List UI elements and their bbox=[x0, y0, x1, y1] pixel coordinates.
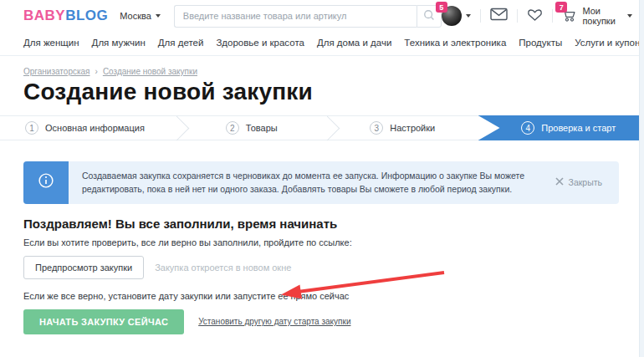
step-check-and-start[interactable]: 4 Проверка и старт bbox=[478, 115, 644, 140]
nav-item-men[interactable]: Для мужчин bbox=[92, 38, 146, 48]
congrats-heading: Поздравляем! Вы все заполнили, время нач… bbox=[23, 217, 621, 231]
chevron-down-icon bbox=[627, 14, 632, 18]
chevron-down-icon bbox=[466, 14, 471, 18]
step-label: Проверка и старт bbox=[541, 123, 616, 133]
category-nav: Для женщин Для мужчин Для детей Здоровье… bbox=[0, 30, 644, 56]
search-input[interactable] bbox=[174, 5, 417, 28]
my-purchases-label: Мои покупки bbox=[582, 6, 622, 26]
info-icon-block bbox=[23, 161, 69, 204]
banner-close-label: Закрыть bbox=[569, 177, 602, 187]
logo-part-blog: BLOG bbox=[65, 8, 108, 23]
nav-item-products[interactable]: Продукты bbox=[519, 38, 562, 48]
search-bar bbox=[174, 5, 442, 28]
logo[interactable]: BABYBLOG bbox=[23, 8, 108, 24]
info-banner-text: Создаваемая закупка сохраняется в чернов… bbox=[69, 161, 555, 204]
search-icon bbox=[423, 9, 435, 23]
divider bbox=[517, 9, 518, 23]
step-label: Основная информация bbox=[45, 123, 145, 133]
preview-purchase-button[interactable]: Предпросмотр закупки bbox=[23, 256, 144, 279]
set-other-start-date-link[interactable]: Установить другую дату старта закупки bbox=[198, 317, 350, 326]
info-banner: Создаваемая закупка сохраняется в чернов… bbox=[23, 161, 619, 204]
user-menu[interactable]: 5 bbox=[442, 6, 471, 26]
step-number: 4 bbox=[521, 121, 534, 135]
nav-item-kids[interactable]: Для детей bbox=[158, 38, 204, 48]
nav-item-home[interactable]: Для дома и дачи bbox=[317, 38, 391, 48]
nav-item-electronics[interactable]: Техника и электроника bbox=[404, 38, 506, 48]
breadcrumb: Организаторская › Создание новой закупки bbox=[23, 67, 644, 76]
nav-item-health[interactable]: Здоровье и красота bbox=[216, 38, 304, 48]
notifications-badge: 5 bbox=[436, 2, 447, 13]
nav-item-women[interactable]: Для женщин bbox=[23, 38, 79, 48]
start-row: НАЧАТЬ ЗАКУПКУ СЕЙЧАС Установить другую … bbox=[23, 309, 621, 334]
city-selector[interactable]: Москва bbox=[120, 11, 161, 21]
logo-part-baby: BABY bbox=[23, 8, 65, 23]
step-number: 2 bbox=[226, 121, 239, 135]
close-icon bbox=[555, 177, 564, 187]
favorites-button[interactable] bbox=[527, 8, 543, 25]
header: BABYBLOG Москва 5 bbox=[0, 0, 644, 30]
step-label: Настройки bbox=[390, 123, 435, 133]
step-wizard: 1 Основная информация 2 Товары 3 Настрой… bbox=[0, 115, 644, 140]
preview-row: Предпросмотр закупки Закупка откроется в… bbox=[23, 256, 621, 279]
start-purchase-now-button[interactable]: НАЧАТЬ ЗАКУПКУ СЕЙЧАС bbox=[23, 309, 184, 334]
divider bbox=[552, 9, 553, 23]
envelope-icon bbox=[490, 8, 508, 24]
my-purchases-menu[interactable]: 7 Мои покупки bbox=[561, 6, 632, 26]
step-number: 1 bbox=[25, 121, 38, 135]
city-label: Москва bbox=[120, 11, 151, 21]
breadcrumb-organizer[interactable]: Организаторская bbox=[23, 67, 90, 76]
messages-button[interactable] bbox=[490, 8, 508, 24]
step-settings[interactable]: 3 Настройки bbox=[327, 116, 478, 140]
info-icon bbox=[37, 171, 55, 193]
page-right-edge bbox=[639, 0, 644, 357]
breadcrumb-separator: › bbox=[95, 67, 98, 76]
heart-icon bbox=[527, 8, 543, 25]
page-title: Создание новой закупки bbox=[23, 79, 644, 105]
step-goods[interactable]: 2 Товары bbox=[176, 116, 328, 140]
step-basic-info[interactable]: 1 Основная информация bbox=[0, 116, 176, 140]
nav-item-services[interactable]: Услуги и купоны bbox=[575, 38, 644, 48]
check-hint-text: Если вы хотите проверить, все ли верно в… bbox=[23, 237, 621, 247]
main-content: Поздравляем! Вы все заполнили, время нач… bbox=[0, 217, 644, 334]
step-label: Товары bbox=[246, 123, 278, 133]
preview-note-text: Закупка откроется в новом окне bbox=[155, 263, 291, 273]
header-icons: 5 7 Мои покупки bbox=[442, 6, 632, 26]
chevron-down-icon bbox=[156, 14, 161, 18]
start-hint-text: Если же все верно, установите дату закуп… bbox=[23, 291, 621, 301]
cart-badge: 7 bbox=[555, 2, 567, 13]
banner-close-button[interactable]: Закрыть bbox=[555, 161, 619, 204]
breadcrumb-current[interactable]: Создание новой закупки bbox=[103, 67, 197, 76]
step-number: 3 bbox=[370, 121, 383, 135]
divider bbox=[480, 9, 481, 23]
